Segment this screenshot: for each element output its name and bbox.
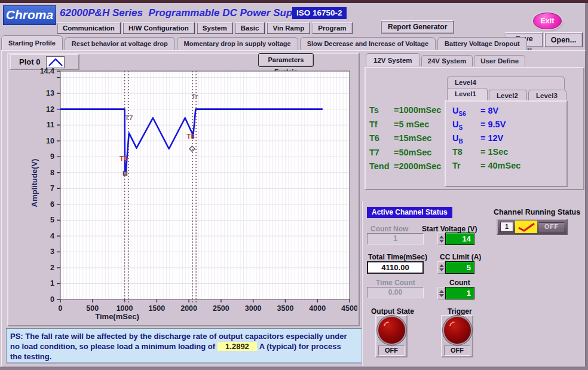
svg-text:13: 13: [46, 89, 54, 97]
profile-tab[interactable]: Battery Voltage Dropout: [437, 37, 527, 50]
system-tabs: 12V System24V SystemUser Define: [366, 53, 526, 66]
level-value-row: Tr= 40mSec: [452, 161, 520, 175]
level-value-row: UB= 12V: [452, 133, 520, 147]
level-value-row: US6= 8V: [452, 106, 520, 120]
channel-running-status-label: Channel Running Status: [494, 208, 580, 216]
svg-text:4: 4: [50, 232, 54, 240]
timing-parameters: Ts=1000mSecTf=5 mSecT6=15mSecT7=50mSecTe…: [369, 105, 441, 176]
menu-button[interactable]: Basic: [235, 22, 265, 34]
open-button[interactable]: Open...: [544, 32, 583, 47]
panel-divider: [362, 201, 363, 366]
cc-limit-stepper[interactable]: [437, 261, 445, 274]
cc-limit-control: 5: [437, 261, 474, 274]
output-state-value: OFF: [378, 345, 405, 356]
window-top-edge: [0, 0, 588, 3]
note-line2a: no load condition, so please load a mini…: [10, 342, 215, 351]
svg-text:2000: 2000: [180, 304, 197, 313]
svg-text:4500: 4500: [341, 304, 357, 313]
timing-row: Tend=2000mSec: [369, 161, 441, 176]
window-bottom-edge: [0, 367, 588, 370]
menu-button[interactable]: System: [197, 22, 233, 34]
count-stepper[interactable]: [437, 287, 445, 299]
svg-text:2: 2: [50, 264, 54, 272]
waveform-chart[interactable]: 05001000150020002500300035004000450014.4…: [10, 68, 357, 324]
active-channel-status-label: Active Channel Status: [367, 207, 452, 218]
plot-line-sample-icon: [46, 56, 65, 68]
svg-text:1: 1: [50, 279, 54, 288]
ps-note: PS: The fall rate will be affected by th…: [6, 328, 363, 363]
total-time-field[interactable]: 4110.00: [367, 261, 424, 274]
menu-bar: CommunicationH/W ConfigurationSystemBasi…: [57, 22, 353, 34]
total-time-label: Total Time(mSec): [368, 253, 427, 261]
system-tab[interactable]: 12V System: [366, 53, 420, 66]
system-tab[interactable]: 24V System: [421, 55, 473, 66]
tab-level3[interactable]: Level3: [528, 90, 566, 101]
level-value-row: T8= 1Sec: [452, 147, 520, 161]
output-state-knob-icon[interactable]: [378, 317, 405, 344]
time-count-field: 0.00: [367, 287, 424, 298]
count-label: Count: [449, 279, 470, 287]
start-voltage-label: Start Voltage (V): [422, 225, 477, 233]
channel-running-status-widget[interactable]: 1 OFF: [497, 219, 568, 235]
svg-text:1500: 1500: [148, 304, 165, 313]
svg-text:0: 0: [50, 295, 54, 304]
note-line2b: A (typical) for process: [259, 342, 341, 351]
timing-row: Tf=5 mSec: [369, 120, 441, 134]
svg-text:11: 11: [47, 121, 54, 129]
svg-text:10: 10: [46, 137, 54, 145]
tab-level4[interactable]: Level4: [447, 77, 565, 89]
chroma-logo: Chroma: [3, 5, 56, 25]
menu-button[interactable]: Program: [312, 22, 352, 34]
report-generator-button[interactable]: Report Generator: [381, 20, 454, 33]
level-values: US6= 8VUS= 9.5VUB= 12VT8= 1SecTr= 40mSec: [452, 106, 520, 175]
iso-standard-badge: ISO 16750-2: [292, 7, 347, 19]
profile-tab[interactable]: Slow Decrease and Increase of Voltage: [300, 37, 436, 50]
svg-text:T7: T7: [125, 114, 133, 121]
parameters-explain-button[interactable]: Parameters Explain: [258, 53, 314, 67]
menu-button[interactable]: Communication: [57, 22, 121, 34]
count-now-field: 1: [367, 233, 424, 244]
start-voltage-value[interactable]: 14: [445, 233, 474, 245]
svg-text:1000: 1000: [117, 304, 133, 313]
app-window: Chroma 62000P&H Series Programmable DC P…: [0, 0, 588, 370]
start-voltage-stepper[interactable]: [437, 233, 445, 245]
menu-button[interactable]: Vin Ramp: [267, 22, 310, 34]
min-loading-value: 1.2892: [218, 342, 257, 351]
cc-limit-value[interactable]: 5: [445, 261, 474, 274]
trigger-label: Trigger: [448, 307, 472, 316]
level-value-row: US= 9.5V: [452, 120, 520, 133]
plot-legend[interactable]: Plot 0: [10, 54, 79, 70]
svg-text:6: 6: [50, 200, 54, 209]
svg-text:12: 12: [46, 105, 54, 114]
count-control: 1: [437, 287, 474, 299]
exit-button[interactable]: Exit: [533, 13, 562, 29]
system-tab[interactable]: User Define: [474, 55, 525, 66]
output-state-button[interactable]: OFF: [375, 315, 408, 357]
svg-text:4000: 4000: [309, 304, 326, 313]
profile-tab[interactable]: Reset behavior at voltage drop: [65, 37, 175, 50]
trigger-button[interactable]: OFF: [441, 315, 473, 357]
count-value[interactable]: 1: [445, 287, 474, 299]
time-count-label: Time Count: [376, 279, 415, 287]
note-line3: the testing.: [10, 352, 51, 361]
svg-text:Amplitude(V): Amplitude(V): [30, 159, 39, 207]
svg-text:7: 7: [50, 184, 54, 192]
channel-state-value: OFF: [539, 222, 564, 231]
test-profile-tabs: Starting ProfileReset behavior at voltag…: [1, 35, 529, 50]
menu-button[interactable]: H/W Configuration: [122, 22, 195, 34]
tab-level2[interactable]: Level2: [489, 90, 527, 101]
svg-text:3000: 3000: [245, 304, 262, 313]
plot-legend-label: Plot 0: [11, 57, 46, 66]
timing-row: Ts=1000mSec: [369, 105, 441, 120]
tab-level1[interactable]: Level1: [447, 88, 488, 101]
start-voltage-control: 14: [437, 233, 474, 245]
app-title: 62000P&H Series Programmable DC Power Su…: [60, 7, 307, 19]
svg-text:9: 9: [50, 152, 54, 161]
profile-tab[interactable]: Momentary drop in supply voltage: [177, 37, 298, 50]
svg-text:0: 0: [59, 304, 63, 313]
svg-text:T8: T8: [186, 133, 195, 140]
trigger-knob-icon[interactable]: [444, 317, 471, 344]
channel-check-icon[interactable]: [515, 221, 537, 233]
profile-tab[interactable]: Starting Profile: [1, 35, 63, 50]
svg-text:2500: 2500: [213, 304, 229, 313]
